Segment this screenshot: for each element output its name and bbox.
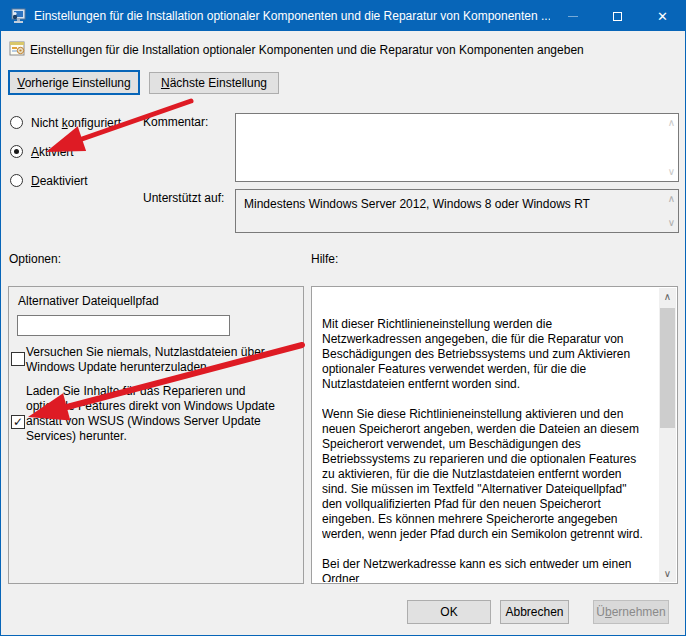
- label-part: orherige Einstellung: [25, 76, 131, 90]
- supported-on-value: Mindestens Windows Server 2012, Windows …: [244, 197, 654, 211]
- dialog-heading: Einstellungen für die Installation optio…: [30, 43, 677, 57]
- maximize-icon: [613, 12, 622, 21]
- window-title: Einstellungen für die Installation optio…: [34, 9, 550, 23]
- help-paragraph: Bei der Netzwerkadresse kann es sich ent…: [322, 557, 649, 582]
- scroll-up-icon[interactable]: ∧: [668, 194, 675, 204]
- cancel-button[interactable]: Abbrechen: [500, 600, 569, 624]
- alternate-source-path-input[interactable]: [17, 315, 230, 336]
- radio-label: Deaktiviert: [31, 174, 88, 188]
- help-panel: Mit dieser Richtlinieneinstellung werden…: [311, 286, 678, 584]
- label-part: Ü: [596, 605, 605, 619]
- close-button[interactable]: ✕: [640, 1, 685, 31]
- comment-textarea[interactable]: ∧ ∨: [235, 113, 679, 182]
- maximize-button[interactable]: [595, 1, 640, 31]
- previous-setting-button[interactable]: Vorherige Einstellung: [8, 70, 140, 95]
- help-paragraph: Wenn Sie diese Richtlinieneinstellung ak…: [322, 407, 649, 542]
- minimize-icon: [568, 16, 578, 17]
- radio-icon: [10, 174, 23, 187]
- never-download-checkbox[interactable]: [11, 352, 25, 366]
- scrollbar-up-icon[interactable]: ∧: [659, 288, 676, 305]
- download-from-windows-update-label: Laden Sie Inhalte für das Reparieren und…: [26, 384, 288, 444]
- help-scrollbar[interactable]: ∧ ∨: [659, 288, 676, 582]
- checkmark-icon: ✓: [13, 416, 23, 428]
- scroll-up-icon[interactable]: ∧: [668, 118, 675, 128]
- download-from-windows-update-checkbox[interactable]: ✓: [11, 415, 25, 429]
- scroll-down-icon[interactable]: ∨: [668, 218, 675, 228]
- radio-label: Nicht konfiguriert: [31, 116, 121, 130]
- scrollbar-thumb[interactable]: [660, 308, 675, 428]
- next-setting-button[interactable]: Nächste Einstellung: [149, 72, 279, 94]
- radio-label: Aktiviert: [31, 145, 74, 159]
- options-section-label: Optionen:: [9, 252, 61, 266]
- label-part: ächste Einstellung: [170, 76, 267, 90]
- radio-disabled[interactable]: Deaktiviert: [10, 173, 88, 188]
- help-text: Mit dieser Richtlinieneinstellung werden…: [322, 287, 649, 582]
- label-part: N: [161, 76, 170, 90]
- help-section-label: Hilfe:: [311, 252, 338, 266]
- apply-button: Übernehmen: [593, 600, 669, 624]
- scrollbar-down-icon[interactable]: ∨: [659, 565, 676, 582]
- radio-icon: [10, 116, 23, 129]
- policy-icon: [9, 41, 25, 57]
- scroll-down-icon[interactable]: ∨: [668, 167, 675, 177]
- window-icon: [10, 8, 26, 24]
- minimize-button[interactable]: [550, 1, 595, 31]
- label-part: b: [605, 605, 612, 619]
- comment-input[interactable]: [236, 114, 678, 181]
- radio-enabled[interactable]: Aktiviert: [10, 144, 74, 159]
- titlebar: Einstellungen für die Installation optio…: [1, 1, 685, 31]
- help-paragraph: Mit dieser Richtlinieneinstellung werden…: [322, 317, 649, 392]
- window-controls: ✕: [550, 1, 685, 31]
- label-part: ernehmen: [612, 605, 666, 619]
- alternate-source-path-label: Alternativer Dateiquellpfad: [18, 294, 159, 308]
- radio-not-configured[interactable]: Nicht konfiguriert: [10, 115, 121, 130]
- supported-on-label: Unterstützt auf:: [143, 191, 224, 205]
- radio-selected-icon: [10, 145, 23, 158]
- label-part: V: [17, 76, 24, 90]
- never-download-label: Versuchen Sie niemals, Nutzlastdateien ü…: [26, 345, 278, 375]
- close-icon: ✕: [657, 10, 668, 23]
- group-policy-setting-dialog: Einstellungen für die Installation optio…: [0, 0, 686, 636]
- supported-on-box: Mindestens Windows Server 2012, Windows …: [235, 189, 679, 233]
- ok-button[interactable]: OK: [407, 600, 491, 624]
- comment-label: Kommentar:: [143, 115, 208, 129]
- options-panel: Alternativer Dateiquellpfad Versuchen Si…: [8, 286, 304, 584]
